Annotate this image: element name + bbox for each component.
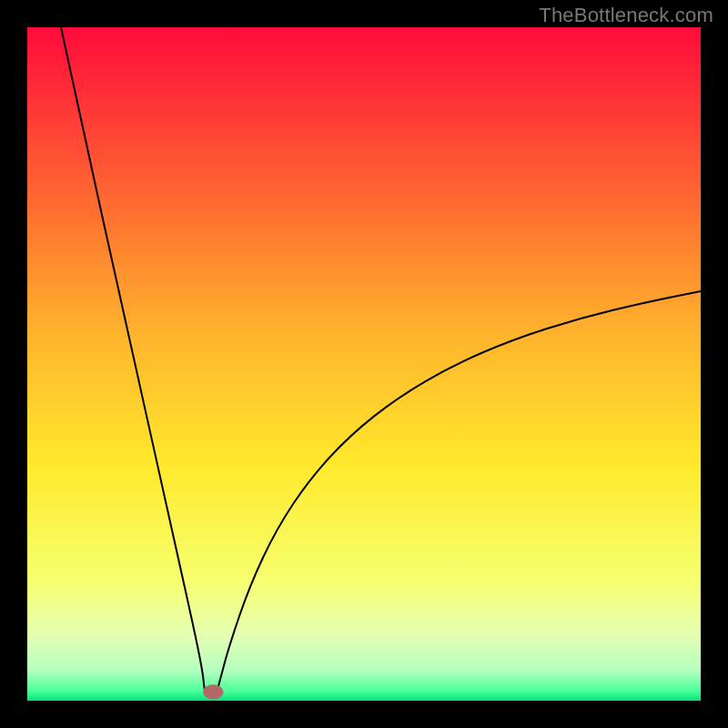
plot-area xyxy=(27,27,701,701)
chart-frame: TheBottleneck.com xyxy=(0,0,728,728)
attribution-label: TheBottleneck.com xyxy=(539,4,713,27)
gradient-rect xyxy=(27,27,701,701)
chart-svg xyxy=(27,27,701,701)
min-marker xyxy=(203,684,223,699)
